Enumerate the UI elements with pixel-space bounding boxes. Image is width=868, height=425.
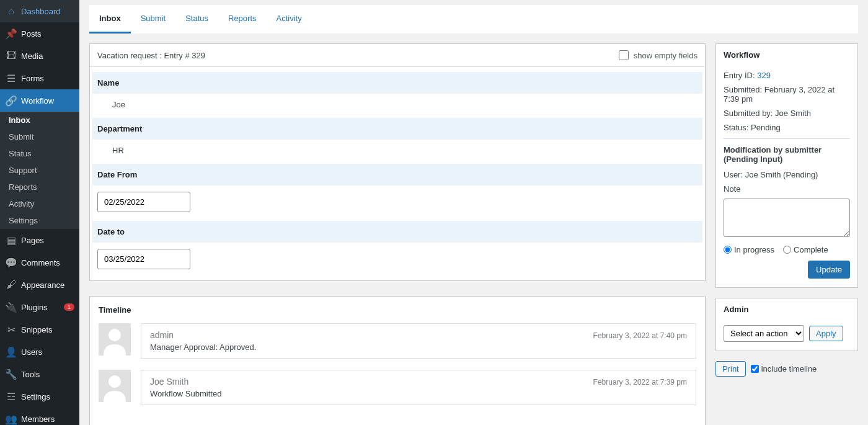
- timeline-entry-box: Joe SmithFebruary 3, 2022 at 7:39 pmWork…: [141, 370, 696, 405]
- timeline-user: admin: [150, 330, 174, 340]
- tab-status[interactable]: Status: [175, 5, 218, 34]
- department-header: Department: [92, 118, 702, 140]
- tab-nav: InboxSubmitStatusReportsActivity: [89, 5, 858, 34]
- radio-in-progress[interactable]: In progress: [724, 245, 774, 254]
- tab-reports[interactable]: Reports: [218, 5, 267, 34]
- apply-button[interactable]: Apply: [809, 326, 843, 341]
- admin-sidebar: ⌂Dashboard📌Posts🎞Media☰Forms🔗WorkflowInb…: [0, 0, 79, 425]
- timeline-item: adminFebruary 3, 2022 at 7:40 pmManager …: [99, 323, 696, 359]
- timeline-message: Manager Approval: Approved.: [150, 342, 687, 352]
- sidebar-item-tools[interactable]: 🔧Tools: [0, 363, 79, 385]
- timeline-item: Joe SmithFebruary 3, 2022 at 7:39 pmWork…: [99, 370, 696, 405]
- timeline-title: Timeline: [99, 305, 696, 315]
- date-from-input[interactable]: [97, 192, 190, 212]
- entry-panel: Vacation request : Entry # 329 show empt…: [89, 43, 706, 281]
- submenu-item-activity[interactable]: Activity: [0, 195, 79, 212]
- name-value: Joe: [92, 94, 702, 115]
- avatar: [99, 323, 131, 356]
- update-button[interactable]: Update: [808, 261, 850, 279]
- sidebar-item-snippets[interactable]: ✂Snippets: [0, 318, 79, 341]
- sidebar-item-media[interactable]: 🎞Media: [0, 45, 79, 67]
- submenu-item-status[interactable]: Status: [0, 145, 79, 162]
- action-select[interactable]: Select an action: [724, 325, 804, 342]
- tab-submit[interactable]: Submit: [131, 5, 175, 34]
- media-icon: 🎞: [5, 50, 17, 62]
- timeline-panel: Timeline adminFebruary 3, 2022 at 7:40 p…: [89, 296, 706, 425]
- name-header: Name: [92, 72, 702, 94]
- timeline-date: February 3, 2022 at 7:39 pm: [593, 378, 687, 387]
- date-to-header: Date to: [92, 221, 702, 243]
- submenu-item-settings[interactable]: Settings: [0, 212, 79, 229]
- sidebar-item-label: Appearance: [21, 280, 74, 290]
- user-row: User: Joe Smith (Pending): [724, 170, 850, 179]
- svg-point-3: [108, 375, 121, 388]
- pin-icon: 📌: [5, 27, 17, 40]
- admin-box: Admin Select an action Apply: [715, 298, 858, 351]
- plug-icon: 🔌: [5, 301, 17, 313]
- submitted-row: Submitted: February 3, 2022 at 7:39 pm: [724, 85, 850, 104]
- submenu-item-submit[interactable]: Submit: [0, 128, 79, 145]
- radio-complete[interactable]: Complete: [783, 245, 828, 254]
- sidebar-item-workflow[interactable]: 🔗Workflow: [0, 89, 79, 112]
- sidebar-item-label: Settings: [21, 392, 74, 401]
- sidebar-item-label: Comments: [21, 258, 74, 267]
- forms-icon: ☰: [5, 72, 17, 84]
- dashboard-icon: ⌂: [5, 5, 17, 17]
- radio-in-progress-input[interactable]: [724, 246, 732, 254]
- date-to-input[interactable]: [97, 249, 190, 269]
- submitted-by-row: Submitted by: Joe Smith: [724, 109, 850, 118]
- modification-title: Modification by submitter (Pending Input…: [724, 145, 850, 164]
- sidebar-item-pages[interactable]: ▤Pages: [0, 229, 79, 251]
- include-timeline-toggle[interactable]: include timeline: [751, 364, 817, 374]
- sidebar-item-forms[interactable]: ☰Forms: [0, 67, 79, 89]
- tab-activity[interactable]: Activity: [267, 5, 312, 34]
- note-textarea[interactable]: [724, 199, 850, 237]
- sidebar-item-label: Media: [21, 51, 74, 61]
- user-icon: 👤: [5, 346, 17, 358]
- tab-inbox[interactable]: Inbox: [89, 5, 131, 34]
- sliders-icon: ☲: [5, 390, 17, 403]
- show-empty-toggle[interactable]: show empty fields: [619, 50, 698, 60]
- sidebar-item-label: Posts: [21, 29, 74, 38]
- sidebar-item-dashboard[interactable]: ⌂Dashboard: [0, 0, 79, 22]
- entry-id-label: Entry ID:: [724, 71, 757, 80]
- department-value: HR: [92, 140, 702, 161]
- sidebar-item-settings[interactable]: ☲Settings: [0, 385, 79, 408]
- timeline-user: Joe Smith: [150, 377, 188, 387]
- sidebar-item-comments[interactable]: 💬Comments: [0, 251, 79, 274]
- submenu-item-support[interactable]: Support: [0, 162, 79, 179]
- scissors-icon: ✂: [5, 323, 17, 336]
- sidebar-item-label: Forms: [21, 74, 74, 83]
- sidebar-item-label: Snippets: [21, 325, 74, 334]
- include-timeline-checkbox[interactable]: [751, 365, 759, 373]
- print-button[interactable]: Print: [715, 361, 746, 377]
- link-icon: 🔗: [5, 94, 17, 107]
- brush-icon: 🖌: [5, 279, 17, 291]
- date-from-header: Date From: [92, 164, 702, 186]
- sidebar-item-label: Tools: [21, 370, 74, 379]
- submenu-item-reports[interactable]: Reports: [0, 179, 79, 195]
- sidebar-item-posts[interactable]: 📌Posts: [0, 22, 79, 45]
- admin-content: InboxSubmitStatusReportsActivity Vacatio…: [79, 0, 868, 425]
- status-row: Status: Pending: [724, 123, 850, 132]
- sidebar-item-members[interactable]: 👥Members: [0, 408, 79, 425]
- entry-id-link[interactable]: 329: [757, 71, 771, 80]
- plugin-update-badge: 1: [64, 303, 74, 311]
- sidebar-item-appearance[interactable]: 🖌Appearance: [0, 274, 79, 296]
- sidebar-item-label: Members: [21, 414, 74, 424]
- show-empty-label: show empty fields: [634, 51, 698, 60]
- workflow-box: Workflow Entry ID: 329 Submitted: Februa…: [715, 43, 858, 288]
- admin-box-title: Admin: [716, 298, 857, 320]
- show-empty-checkbox[interactable]: [619, 50, 629, 60]
- sidebar-item-plugins[interactable]: 🔌Plugins1: [0, 296, 79, 318]
- note-label: Note: [724, 184, 850, 194]
- avatar: [99, 370, 131, 402]
- sidebar-item-label: Plugins: [21, 303, 61, 312]
- submenu-item-inbox[interactable]: Inbox: [0, 112, 79, 128]
- sidebar-item-users[interactable]: 👤Users: [0, 341, 79, 363]
- sidebar-item-label: Dashboard: [21, 7, 74, 16]
- timeline-entry-box: adminFebruary 3, 2022 at 7:40 pmManager …: [141, 323, 696, 359]
- entry-title: Vacation request : Entry # 329: [97, 51, 205, 60]
- radio-complete-input[interactable]: [783, 246, 791, 254]
- sidebar-item-label: Workflow: [21, 96, 74, 105]
